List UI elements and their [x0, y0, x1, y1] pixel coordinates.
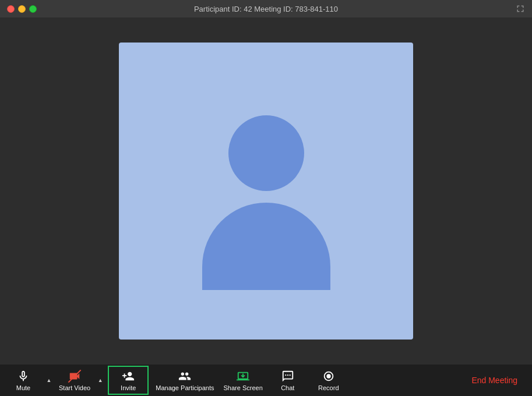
manage-participants-label: Manage Participants	[156, 384, 214, 391]
manage-participants-button[interactable]: Manage Participants	[151, 365, 219, 396]
invite-icon	[122, 370, 135, 383]
mute-chevron[interactable]: ▲	[44, 365, 54, 396]
toolbar: Mute ▲ Start Video ▲ Invite	[0, 365, 532, 396]
video-tile	[119, 43, 413, 340]
fullscreen-icon	[516, 4, 525, 13]
video-chevron[interactable]: ▲	[95, 365, 105, 396]
start-video-label: Start Video	[59, 384, 90, 391]
avatar-body	[202, 203, 330, 290]
svg-point-1	[287, 374, 288, 376]
mute-button[interactable]: Mute	[3, 365, 44, 396]
invite-icon-area	[122, 370, 135, 383]
minimize-button[interactable]	[18, 5, 26, 13]
video-icon-area	[68, 370, 81, 383]
share-screen-icon-area	[237, 370, 249, 383]
chat-label: Chat	[281, 384, 294, 391]
avatar-head	[228, 115, 304, 191]
participants-icon	[178, 370, 191, 383]
svg-point-4	[326, 374, 330, 378]
record-icon-area	[322, 370, 335, 383]
toolbar-right: End Meeting	[460, 365, 532, 396]
share-screen-label: Share Screen	[224, 384, 263, 391]
toolbar-left: Mute ▲ Start Video ▲ Invite	[0, 365, 349, 396]
main-content	[0, 17, 532, 365]
end-meeting-label: End Meeting	[471, 376, 517, 385]
share-screen-icon	[237, 370, 249, 383]
close-button[interactable]	[7, 5, 15, 13]
microphone-icon	[17, 370, 30, 383]
chat-button[interactable]: Chat	[267, 365, 308, 396]
mute-label: Mute	[16, 384, 30, 391]
start-video-button[interactable]: Start Video	[54, 365, 95, 396]
traffic-lights	[7, 5, 37, 13]
fullscreen-button[interactable]	[515, 3, 526, 15]
avatar-container	[202, 115, 330, 290]
chat-icon-area	[281, 370, 294, 383]
svg-point-0	[285, 374, 286, 376]
manage-participants-icon-area	[178, 370, 191, 383]
mute-icon-area	[17, 370, 30, 383]
invite-button[interactable]: Invite	[108, 366, 149, 395]
invite-label: Invite	[121, 384, 136, 391]
svg-point-2	[289, 374, 290, 376]
window-title: Participant ID: 42 Meeting ID: 783-841-1…	[194, 5, 338, 13]
chat-icon	[281, 370, 294, 383]
record-icon	[322, 370, 335, 383]
record-button[interactable]: Record	[308, 365, 349, 396]
maximize-button[interactable]	[29, 5, 37, 13]
share-screen-button[interactable]: Share Screen	[219, 365, 267, 396]
title-bar: Participant ID: 42 Meeting ID: 783-841-1…	[0, 0, 532, 17]
end-meeting-button[interactable]: End Meeting	[460, 365, 529, 396]
record-label: Record	[318, 384, 339, 391]
